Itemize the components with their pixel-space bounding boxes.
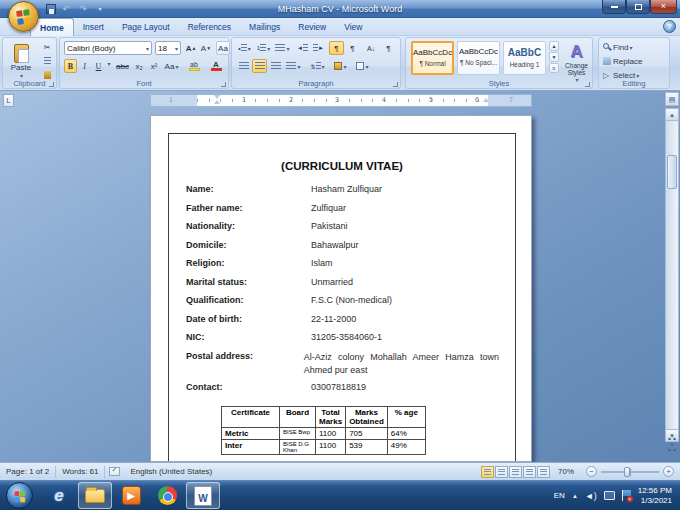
save-button[interactable]	[46, 4, 56, 14]
print-layout-button[interactable]	[481, 466, 494, 478]
right-indent-marker[interactable]	[483, 95, 490, 106]
replace-button[interactable]: Replace	[602, 55, 666, 67]
underline-button[interactable]: U	[92, 59, 105, 73]
language-bar[interactable]: EN	[554, 491, 565, 500]
bold-button[interactable]: B	[64, 59, 77, 73]
align-left-button[interactable]	[236, 59, 251, 73]
language-indicator[interactable]: English (United States)	[124, 467, 218, 476]
undo-button[interactable]: ↶	[59, 3, 73, 16]
clear-formatting-button[interactable]: Aa	[216, 41, 230, 55]
action-center-flag-icon[interactable]: ×	[622, 490, 631, 501]
style-heading1[interactable]: AaBbC Heading 1	[503, 41, 546, 75]
find-button[interactable]: Find▾	[602, 41, 666, 53]
styles-scroll-down-button[interactable]: ▼	[549, 52, 559, 62]
shrink-font-button[interactable]: A▼	[199, 41, 213, 55]
copy-button[interactable]	[39, 55, 55, 67]
shading-button[interactable]: ▾	[331, 59, 350, 73]
sort-button[interactable]: A↓	[363, 41, 379, 55]
tab-insert[interactable]: Insert	[74, 18, 113, 36]
help-button[interactable]: ?	[663, 20, 676, 33]
tab-page-layout[interactable]: Page Layout	[113, 18, 179, 36]
show-hidden-icons-button[interactable]: ▲	[572, 493, 578, 499]
tab-references[interactable]: References	[179, 18, 240, 36]
increase-indent-button[interactable]: ►	[311, 41, 326, 55]
volume-icon[interactable]: ◄)	[585, 491, 597, 501]
numbering-button[interactable]: 1▾	[255, 41, 272, 55]
outline-button[interactable]	[523, 466, 536, 478]
shading-icon	[334, 62, 342, 70]
network-icon[interactable]	[604, 491, 615, 500]
zoom-slider[interactable]	[601, 471, 659, 473]
vertical-scrollbar[interactable]: ▲ ▼	[665, 108, 679, 442]
tab-mailings[interactable]: Mailings	[240, 18, 289, 36]
italic-button[interactable]: I	[78, 59, 91, 73]
zoom-out-button[interactable]: −	[586, 466, 597, 477]
line-spacing-button[interactable]: ⇅▾	[308, 59, 327, 73]
word-count[interactable]: Words: 61	[56, 467, 104, 476]
zoom-slider-thumb[interactable]	[624, 467, 630, 477]
scroll-up-button[interactable]: ▲	[666, 109, 678, 121]
taskbar-item-chrome[interactable]	[150, 482, 184, 509]
subscript-button[interactable]: x₂	[132, 59, 146, 73]
document-page[interactable]: (CURRICULUM VITAE) Name:Hasham Zulfiquar…	[150, 115, 532, 462]
strikethrough-button[interactable]: abc	[114, 59, 131, 73]
bullets-button[interactable]: •▾	[236, 41, 253, 55]
underline-dropdown[interactable]: ▾	[105, 59, 112, 68]
tab-stop-selector[interactable]: L	[3, 94, 14, 107]
redo-button[interactable]: ↷	[76, 3, 90, 16]
style-normal[interactable]: AaBbCcDc ¶ Normal	[411, 41, 454, 75]
minimize-button[interactable]	[602, 0, 626, 14]
styles-scroll-up-button[interactable]: ▲	[549, 41, 559, 51]
taskbar-item-internet-explorer[interactable]: e	[42, 482, 76, 509]
style-no-spacing[interactable]: AaBbCcDc ¶ No Spaci...	[457, 41, 500, 75]
fullscreen-reading-button[interactable]	[495, 466, 508, 478]
right-to-left-button[interactable]: ¶	[345, 41, 360, 55]
scrollbar-thumb[interactable]	[667, 155, 677, 189]
zoom-level[interactable]: 70%	[550, 467, 580, 476]
font-size-select[interactable]: 18 ▾	[155, 41, 181, 55]
multilevel-list-button[interactable]: ▾	[274, 41, 291, 55]
page-indicator[interactable]: Page: 1 of 2	[0, 467, 55, 476]
borders-button[interactable]: ▾	[353, 59, 372, 73]
align-center-button[interactable]	[252, 59, 267, 73]
clipboard-dialog-launcher[interactable]	[49, 82, 54, 87]
grow-font-button[interactable]: A▲	[184, 41, 198, 55]
change-styles-button[interactable]: A Change Styles ▾	[561, 40, 592, 84]
view-ruler-button[interactable]: ▤	[665, 92, 679, 106]
paste-button[interactable]: Paste ▾	[6, 40, 36, 82]
styles-dialog-launcher[interactable]	[585, 82, 590, 87]
qat-customize-button[interactable]: ▾	[93, 3, 107, 16]
left-to-right-button[interactable]: ¶	[329, 41, 344, 55]
font-dialog-launcher[interactable]	[221, 82, 226, 87]
maximize-button[interactable]	[626, 0, 650, 14]
zoom-in-button[interactable]: +	[663, 466, 674, 477]
taskbar-item-word[interactable]	[186, 482, 220, 509]
office-button[interactable]	[8, 1, 39, 32]
indent-marker[interactable]	[214, 95, 221, 106]
superscript-button[interactable]: x²	[147, 59, 161, 73]
taskbar-item-explorer[interactable]	[78, 482, 112, 509]
change-case-button[interactable]: Aa▾	[162, 59, 181, 73]
justify-button[interactable]: ▾	[284, 59, 303, 73]
text-highlight-button[interactable]: ab	[184, 59, 204, 73]
draft-button[interactable]	[537, 466, 550, 478]
horizontal-ruler[interactable]: 1 1 2 3 4 5 6 7	[150, 94, 532, 107]
start-button[interactable]	[6, 482, 33, 509]
clipboard-group: Paste ▾ ✂ Clipboard	[2, 37, 57, 89]
taskbar-item-media-player[interactable]: ▶	[114, 482, 148, 509]
proofing-status-icon[interactable]	[109, 467, 120, 476]
tab-view[interactable]: View	[335, 18, 371, 36]
tab-review[interactable]: Review	[289, 18, 335, 36]
font-family-select[interactable]: Calibri (Body) ▾	[64, 41, 152, 55]
styles-more-button[interactable]: ≡	[549, 63, 559, 73]
taskbar-clock[interactable]: 12:56 PM 1/3/2021	[638, 486, 672, 506]
align-right-button[interactable]	[268, 59, 283, 73]
paragraph-dialog-launcher[interactable]	[393, 82, 398, 87]
close-button[interactable]: ×	[650, 0, 677, 14]
show-hide-paragraph-button[interactable]: ¶	[381, 41, 396, 55]
web-layout-button[interactable]	[509, 466, 522, 478]
next-page-button[interactable]: ▼▼	[667, 448, 677, 453]
font-color-button[interactable]: A	[206, 59, 226, 73]
decrease-indent-button[interactable]: ◄	[295, 41, 310, 55]
cut-button[interactable]: ✂	[39, 41, 55, 53]
